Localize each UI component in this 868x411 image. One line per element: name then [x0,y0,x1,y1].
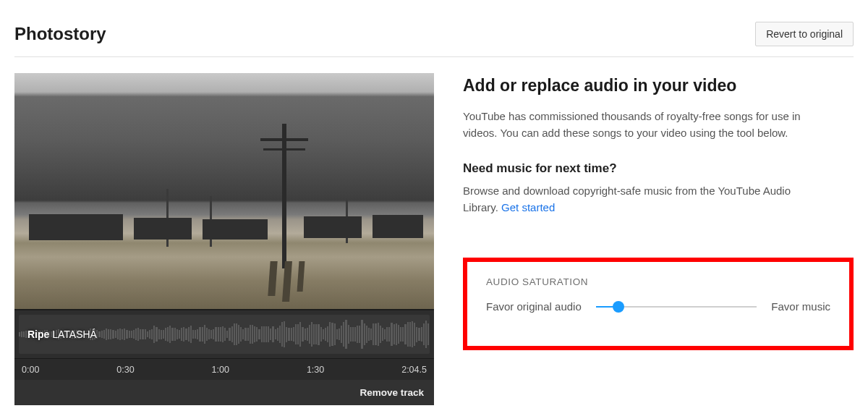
panel-subdescription: Browse and download copyright-safe music… [463,183,825,216]
left-column: Ripe LATASHÁ 0:000:301:001:302:04.5 Remo… [14,73,434,405]
scene-building [134,218,192,240]
content-area: Ripe LATASHÁ 0:000:301:001:302:04.5 Remo… [14,73,854,405]
page-title: Photostory [14,24,106,44]
scene-stumps [269,261,304,302]
scene-building [373,215,423,238]
panel-description: YouTube has commissioned thousands of ro… [463,109,825,141]
panel-subheading: Need music for next time? [463,161,854,176]
scene-pole [282,124,286,268]
slider-left-label: Favor original audio [486,300,582,313]
time-tick: 1:30 [307,365,324,375]
video-preview[interactable] [14,73,434,309]
get-started-link[interactable]: Get started [501,201,555,213]
slider-thumb[interactable] [613,301,624,313]
time-tick: 2:04.5 [401,365,427,375]
scene-building [203,219,268,240]
time-tick: 0:00 [22,365,39,375]
audio-saturation-section: AUDIO SATURATION Favor original audio Fa… [463,258,854,350]
saturation-slider-row: Favor original audio Favor music [486,300,830,313]
track-title: Ripe [27,329,49,340]
editor-header: Photostory Revert to original [14,22,854,57]
scene-building [29,214,123,240]
scene-pole-arm [263,148,305,151]
saturation-slider[interactable] [596,302,757,312]
panel-heading: Add or replace audio in your video [463,76,854,96]
scene-pole-arm [260,138,308,141]
time-tick: 1:00 [212,365,229,375]
audio-timeline-panel: Ripe LATASHÁ 0:000:301:001:302:04.5 Remo… [14,309,434,405]
track-artist: LATASHÁ [52,329,97,340]
audio-track-clip[interactable]: Ripe LATASHÁ [19,315,430,354]
scene-building [304,216,362,238]
time-axis[interactable]: 0:000:301:001:302:04.5 [14,358,434,380]
revert-button[interactable]: Revert to original [755,22,854,46]
remove-track-button[interactable]: Remove track [14,380,434,405]
saturation-title: AUDIO SATURATION [486,276,830,287]
right-column: Add or replace audio in your video YouTu… [463,73,854,405]
time-tick: 0:30 [116,365,134,375]
track-label: Ripe LATASHÁ [27,329,97,340]
slider-right-label: Favor music [771,300,830,313]
